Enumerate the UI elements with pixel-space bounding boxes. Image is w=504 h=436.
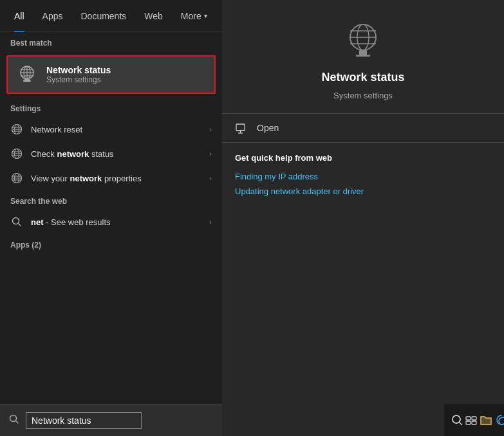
taskbar bbox=[444, 404, 504, 436]
list-item-network-reset[interactable]: Network reset › bbox=[0, 117, 222, 141]
best-match-subtitle: System settings bbox=[46, 75, 111, 84]
network-reset-label: Network reset bbox=[31, 125, 201, 134]
quick-help-section: Get quick help from web Finding my IP ad… bbox=[222, 143, 504, 204]
taskbar-edge-icon[interactable] bbox=[494, 407, 504, 433]
list-item-net-search[interactable]: net - See web results › bbox=[0, 210, 222, 234]
svg-rect-7 bbox=[23, 80, 31, 82]
network-status-icon bbox=[15, 63, 39, 86]
net-search-label: net - See web results bbox=[31, 217, 201, 227]
svg-line-26 bbox=[16, 421, 19, 423]
svg-rect-41 bbox=[466, 417, 471, 420]
taskbar-taskview-icon[interactable] bbox=[465, 407, 478, 433]
globe-icon-3 bbox=[10, 172, 23, 185]
chevron-right-icon-4: › bbox=[209, 218, 212, 226]
open-action[interactable]: Open bbox=[222, 114, 504, 142]
best-match-item[interactable]: Network status System settings bbox=[6, 55, 216, 94]
svg-line-24 bbox=[19, 224, 21, 226]
chevron-right-icon: › bbox=[209, 125, 212, 133]
left-panel: All Apps Documents Web More ▾ ··· ✕ Best… bbox=[0, 0, 222, 436]
svg-point-39 bbox=[453, 415, 460, 423]
best-match-label: Best match bbox=[0, 32, 222, 51]
chevron-right-icon-3: › bbox=[209, 174, 212, 182]
apps-section-label: Apps (2) bbox=[0, 234, 222, 252]
svg-point-25 bbox=[10, 415, 17, 421]
quick-help-link-updating-adapter[interactable]: Updating network adapter or driver bbox=[235, 184, 491, 199]
tab-documents[interactable]: Documents bbox=[71, 0, 135, 32]
chevron-down-icon: ▾ bbox=[204, 12, 207, 19]
right-panel: Network status System settings Open Get … bbox=[222, 0, 504, 436]
search-web-label: Search the web bbox=[0, 190, 222, 210]
open-label: Open bbox=[257, 123, 279, 133]
search-icon bbox=[10, 215, 23, 228]
tab-more[interactable]: More ▾ bbox=[172, 0, 216, 32]
svg-line-40 bbox=[460, 422, 463, 426]
best-match-title: Network status bbox=[46, 65, 111, 75]
app-detail-icon bbox=[341, 19, 386, 64]
tabs-bar: All Apps Documents Web More ▾ ··· ✕ bbox=[0, 0, 222, 32]
settings-label: Settings bbox=[0, 98, 222, 117]
list-item-view-network-properties[interactable]: View your network properties › bbox=[0, 166, 222, 190]
search-input[interactable] bbox=[26, 412, 142, 429]
app-detail-header: Network status System settings bbox=[222, 0, 504, 113]
quick-help-link-finding-ip[interactable]: Finding my IP address bbox=[235, 169, 491, 184]
app-detail-title: Network status bbox=[321, 71, 404, 84]
view-network-properties-label: View your network properties bbox=[31, 174, 201, 183]
chevron-right-icon-2: › bbox=[209, 150, 212, 158]
check-network-status-label: Check network status bbox=[31, 149, 201, 159]
taskbar-search-icon[interactable] bbox=[451, 407, 463, 433]
results-list: Best match Network status Syste bbox=[0, 32, 222, 404]
svg-rect-43 bbox=[466, 421, 471, 424]
best-match-text: Network status System settings bbox=[46, 65, 111, 84]
svg-rect-42 bbox=[472, 417, 476, 420]
svg-rect-34 bbox=[236, 124, 245, 131]
svg-rect-32 bbox=[359, 50, 367, 55]
search-bar-icon bbox=[9, 414, 19, 427]
tab-apps[interactable]: Apps bbox=[33, 0, 72, 32]
tab-all[interactable]: All bbox=[5, 0, 33, 32]
search-bar bbox=[0, 404, 222, 436]
quick-help-title: Get quick help from web bbox=[235, 153, 491, 163]
list-item-check-network-status[interactable]: Check network status › bbox=[0, 141, 222, 166]
globe-icon bbox=[10, 123, 23, 136]
tab-web[interactable]: Web bbox=[135, 0, 172, 32]
taskbar-file-explorer-icon[interactable] bbox=[479, 407, 493, 433]
svg-rect-44 bbox=[472, 421, 476, 424]
app-detail-subtitle: System settings bbox=[333, 91, 393, 100]
open-icon bbox=[235, 122, 248, 134]
svg-rect-33 bbox=[356, 55, 370, 57]
globe-icon-2 bbox=[10, 147, 23, 160]
svg-point-23 bbox=[13, 218, 19, 224]
